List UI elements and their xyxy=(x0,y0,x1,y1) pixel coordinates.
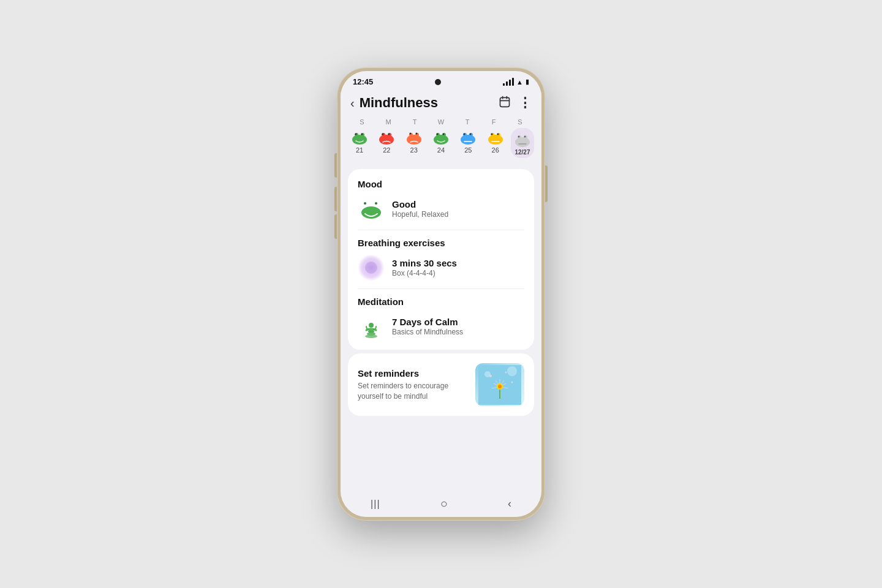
mood-section-title: Mood xyxy=(358,179,524,189)
svg-point-47 xyxy=(369,323,374,328)
day-num-today: 12/27 xyxy=(514,149,530,156)
signal-icon xyxy=(503,78,514,86)
breathing-item[interactable]: 3 mins 30 secs Box (4-4-4-4) xyxy=(358,254,524,281)
svg-point-14 xyxy=(407,135,421,145)
wifi-icon: ▲ xyxy=(516,78,523,86)
day-header-fri: F xyxy=(482,118,505,126)
svg-point-4 xyxy=(352,135,367,145)
svg-point-23 xyxy=(442,134,444,135)
svg-point-17 xyxy=(409,133,411,135)
svg-point-34 xyxy=(515,137,530,147)
more-options-icon[interactable]: ⋮ xyxy=(518,95,532,111)
mood-label: Good xyxy=(392,199,448,209)
svg-point-49 xyxy=(507,366,517,376)
phone-frame: 12:45 ▲ ▮ ‹ Mindfulness xyxy=(337,67,545,521)
breathing-icon xyxy=(358,254,385,281)
meditation-icon xyxy=(358,313,385,340)
svg-point-32 xyxy=(491,134,492,135)
day-num-25: 25 xyxy=(464,146,472,154)
home-icon[interactable]: ○ xyxy=(440,497,448,511)
recent-apps-icon[interactable]: ||| xyxy=(371,499,380,510)
day-header-wed: W xyxy=(429,118,453,126)
day-header-tue: T xyxy=(403,118,426,126)
day-cell-26[interactable]: 26 xyxy=(484,128,507,158)
meditation-item[interactable]: 7 Days of Calm Basics of Mindfulness xyxy=(358,313,524,340)
day-num-22: 22 xyxy=(383,146,390,154)
svg-point-24 xyxy=(461,135,475,145)
svg-point-42 xyxy=(364,202,366,205)
bottom-nav: ||| ○ ‹ xyxy=(341,492,541,517)
breathing-type: Box (4-4-4-4) xyxy=(392,269,457,277)
svg-point-8 xyxy=(361,134,363,135)
meditation-program: 7 Days of Calm xyxy=(392,317,463,327)
svg-point-62 xyxy=(511,381,513,383)
page-title: Mindfulness xyxy=(360,95,499,111)
day-num-21: 21 xyxy=(356,146,363,154)
svg-point-46 xyxy=(368,330,374,333)
reminder-sub: Set reminders to encourage yourself to b… xyxy=(358,381,468,402)
meditation-text: 7 Days of Calm Basics of Mindfulness xyxy=(392,317,463,336)
app-content: ‹ Mindfulness ⋮ xyxy=(341,89,541,492)
day-cells: 21 xyxy=(348,128,534,158)
phone-screen: 12:45 ▲ ▮ ‹ Mindfulness xyxy=(341,71,541,517)
back-nav-icon[interactable]: ‹ xyxy=(508,497,511,510)
day-cell-23[interactable]: 23 xyxy=(402,128,426,158)
battery-icon: ▮ xyxy=(526,78,529,86)
svg-point-28 xyxy=(470,134,472,135)
svg-point-38 xyxy=(524,136,526,138)
day-cell-24[interactable]: 24 xyxy=(429,128,453,158)
svg-point-33 xyxy=(497,134,499,135)
reminder-img-inner xyxy=(475,363,524,406)
day-headers: S M T W T F S xyxy=(348,118,534,126)
day-header-sun: S xyxy=(350,118,374,126)
status-icons: ▲ ▮ xyxy=(503,78,529,86)
status-bar: 12:45 ▲ ▮ xyxy=(341,71,541,89)
svg-point-12 xyxy=(382,134,384,135)
header-actions: ⋮ xyxy=(499,95,532,111)
svg-point-43 xyxy=(375,202,377,205)
app-header: ‹ Mindfulness ⋮ xyxy=(341,89,541,116)
reminder-text-col: Set reminders Set reminders to encourage… xyxy=(358,368,468,402)
day-cell-21[interactable]: 21 xyxy=(348,128,371,158)
svg-point-13 xyxy=(388,134,390,135)
breathing-text: 3 mins 30 secs Box (4-4-4-4) xyxy=(392,258,457,277)
day-num-24: 24 xyxy=(437,146,445,154)
reminder-image xyxy=(475,363,524,406)
meditation-sub: Basics of Mindfulness xyxy=(392,328,463,336)
reminder-title: Set reminders xyxy=(358,368,468,379)
status-time: 12:45 xyxy=(353,77,373,86)
svg-point-22 xyxy=(436,134,438,135)
divider-1 xyxy=(358,230,524,230)
mood-card: Mood Good Hopeful, xyxy=(348,169,534,350)
calendar-icon[interactable] xyxy=(499,96,511,111)
back-button[interactable]: ‹ xyxy=(350,96,355,110)
svg-point-61 xyxy=(489,375,492,377)
breathing-duration: 3 mins 30 secs xyxy=(392,258,457,268)
reminders-card[interactable]: Set reminders Set reminders to encourage… xyxy=(348,353,534,416)
day-num-23: 23 xyxy=(410,146,418,154)
mood-sublabel: Hopeful, Relaxed xyxy=(392,210,448,219)
mood-face-icon xyxy=(358,195,385,222)
day-header-sat: S xyxy=(508,118,532,126)
svg-point-29 xyxy=(488,135,503,145)
mood-text: Good Hopeful, Relaxed xyxy=(392,199,448,219)
camera-notch xyxy=(435,79,441,85)
breathing-inner-circle xyxy=(365,262,377,274)
day-cell-today[interactable]: 12/27 xyxy=(511,128,534,158)
svg-point-9 xyxy=(379,135,394,145)
breathing-section-title: Breathing exercises xyxy=(358,238,524,248)
day-header-mon: M xyxy=(377,118,400,126)
svg-point-7 xyxy=(355,134,357,135)
day-header-thu: T xyxy=(456,118,479,126)
day-cell-25[interactable]: 25 xyxy=(456,128,480,158)
svg-rect-0 xyxy=(500,97,510,107)
mood-item[interactable]: Good Hopeful, Relaxed xyxy=(358,195,524,222)
divider-2 xyxy=(358,288,524,289)
day-num-26: 26 xyxy=(492,146,499,154)
svg-point-60 xyxy=(498,385,502,388)
svg-point-63 xyxy=(505,371,507,373)
svg-point-18 xyxy=(415,133,417,135)
svg-point-37 xyxy=(518,136,519,138)
day-cell-22[interactable]: 22 xyxy=(375,128,398,158)
meditation-section-title: Meditation xyxy=(358,296,524,307)
